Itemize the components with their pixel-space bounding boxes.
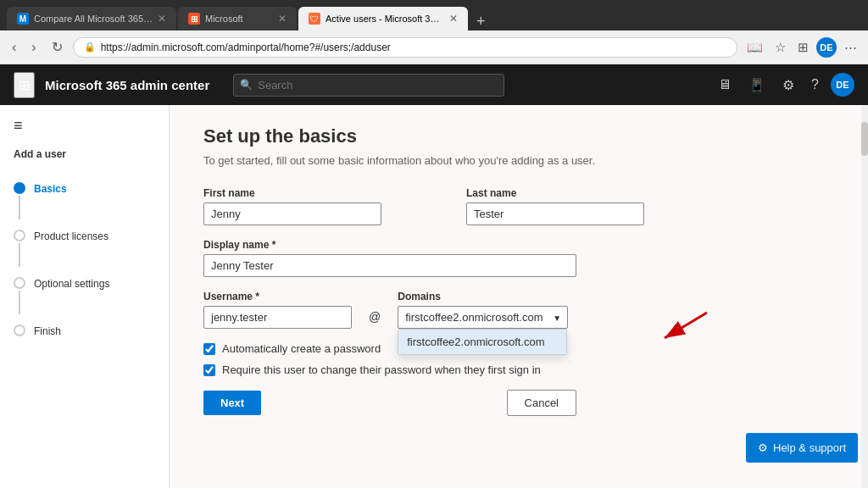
last-name-label: Last name — [466, 187, 712, 199]
step-product-dot — [14, 230, 25, 241]
step-optional-line — [19, 291, 20, 314]
tab2-favicon: ⊞ — [188, 13, 200, 25]
cancel-button[interactable]: Cancel — [507, 390, 576, 416]
monitor-icon[interactable]: 🖥 — [713, 74, 737, 96]
tab3-title: Active users - Microsoft 365 adm... — [326, 14, 444, 24]
waffle-icon[interactable]: ⊞ — [14, 72, 35, 98]
username-domain-section: Username * @ Domains firstcoffee2.onmicr… — [203, 291, 712, 329]
content-area: ≡ Add a user Basics — [0, 105, 868, 488]
mobile-icon[interactable]: 📱 — [743, 74, 771, 97]
help-icon[interactable]: ? — [806, 74, 824, 96]
step-product-indicator — [14, 230, 25, 267]
step-finish-dot — [14, 324, 25, 336]
domains-label: Domains — [398, 291, 568, 302]
step-finish-label: Finish — [34, 324, 61, 339]
username-domain-labels: Username * @ Domains firstcoffee2.onmicr… — [203, 291, 568, 329]
last-name-group: Last name — [466, 187, 712, 225]
step-basics-label: Basics — [34, 182, 67, 197]
help-support-icon: ⚙ — [758, 441, 768, 454]
profile-icon[interactable]: DE — [816, 37, 837, 58]
scrollbar-track[interactable] — [861, 105, 868, 488]
tab2-title: Microsoft — [205, 14, 273, 24]
at-symbol: @ — [369, 310, 381, 329]
wizard-step-product: Product licenses — [0, 225, 169, 272]
last-name-input[interactable] — [466, 202, 644, 225]
tab1-close[interactable]: ✕ — [158, 13, 166, 25]
address-bar[interactable]: 🔒 https://admin.microsoft.com/adminporta… — [73, 37, 737, 58]
auto-password-label: Automatically create a password — [222, 342, 381, 355]
next-button[interactable]: Next — [203, 391, 261, 415]
back-button[interactable]: ‹ — [7, 37, 21, 58]
new-tab-button[interactable]: + — [470, 13, 492, 30]
app-title: Microsoft 365 admin center — [45, 78, 209, 92]
refresh-button[interactable]: ↻ — [47, 36, 68, 58]
app-header: ⊞ Microsoft 365 admin center 🔍 🖥 📱 ⚙ ? D… — [0, 64, 868, 105]
favorites-icon[interactable]: ☆ — [771, 37, 790, 58]
first-name-input[interactable] — [203, 202, 381, 225]
tab3-favicon: 🛡 — [309, 13, 320, 25]
page-subtitle: To get started, fill out some basic info… — [203, 154, 712, 167]
help-support-button[interactable]: ⚙ Help & support — [746, 433, 858, 463]
header-right-icons: 🖥 📱 ⚙ ? DE — [713, 73, 854, 97]
name-row: First name Last name — [203, 187, 712, 225]
form-section: Set up the basics To get started, fill o… — [203, 125, 712, 416]
domain-dropdown: firstcoffee2.onmicrosoft.com — [398, 329, 567, 355]
step-optional-dot — [14, 277, 25, 289]
browser-tab-3[interactable]: 🛡 Active users - Microsoft 365 adm... ✕ — [298, 7, 468, 30]
step-product-line — [19, 243, 20, 267]
header-search-container: 🔍 — [233, 74, 504, 97]
browser-tab-1[interactable]: M Compare All Microsoft 365 Plan... ✕ — [7, 7, 176, 30]
require-change-checkbox[interactable] — [203, 364, 215, 376]
scrollbar-thumb[interactable] — [861, 122, 868, 156]
sidebar-toggle-button[interactable]: ≡ — [14, 117, 23, 135]
display-name-label: Display name * — [203, 239, 576, 251]
address-text: https://admin.microsoft.com/adminportal/… — [101, 42, 726, 53]
wizard-step-basics: Basics — [0, 177, 169, 225]
wizard-steps: Basics Product licenses — [0, 170, 169, 351]
username-input[interactable] — [203, 306, 352, 329]
sidebar: ≡ Add a user Basics — [0, 105, 170, 488]
sidebar-breadcrumb: Add a user — [0, 141, 169, 170]
domain-dropdown-item[interactable]: firstcoffee2.onmicrosoft.com — [398, 330, 566, 354]
help-support-label: Help & support — [773, 441, 846, 454]
menu-icon[interactable]: ⋯ — [840, 37, 861, 58]
collections-icon[interactable]: ⊞ — [793, 37, 813, 58]
tab2-close[interactable]: ✕ — [278, 13, 287, 25]
wizard-step-finish: Finish — [0, 319, 169, 344]
step-basics-dot — [14, 182, 25, 194]
require-change-row: Require this user to change their passwo… — [203, 363, 712, 376]
lock-icon: 🔒 — [84, 42, 96, 53]
tab3-close[interactable]: ✕ — [449, 13, 458, 25]
tab1-title: Compare All Microsoft 365 Plan... — [34, 14, 153, 24]
search-input[interactable] — [233, 74, 504, 97]
username-group: Username * — [203, 291, 352, 329]
search-icon: 🔍 — [240, 79, 253, 91]
username-label: Username * — [203, 291, 352, 302]
forward-button[interactable]: › — [26, 37, 41, 58]
domain-select-wrap: firstcoffee2.onmicrosoft.com ▼ firstcoff… — [398, 306, 568, 329]
browser-tabs-bar: M Compare All Microsoft 365 Plan... ✕ ⊞ … — [0, 0, 868, 30]
browser-tab-2[interactable]: ⊞ Microsoft ✕ — [178, 7, 297, 30]
browser-toolbar: ‹ › ↻ 🔒 https://admin.microsoft.com/admi… — [0, 30, 868, 64]
first-name-label: First name — [203, 187, 449, 199]
settings-icon[interactable]: ⚙ — [777, 74, 799, 97]
wizard-step-optional: Optional settings — [0, 272, 169, 319]
toolbar-icons: 📖 ☆ ⊞ DE ⋯ — [743, 37, 861, 58]
step-basics-indicator — [14, 182, 25, 219]
main-content: Set up the basics To get started, fill o… — [170, 105, 868, 488]
buttons-row: Next Cancel — [203, 390, 576, 416]
display-name-input[interactable] — [203, 254, 576, 277]
domain-select[interactable]: firstcoffee2.onmicrosoft.com — [398, 306, 568, 329]
page-title: Set up the basics — [203, 125, 712, 147]
require-change-label: Require this user to change their passwo… — [222, 363, 541, 376]
step-basics-line — [19, 196, 20, 219]
user-avatar[interactable]: DE — [831, 73, 854, 97]
reader-icon[interactable]: 📖 — [743, 37, 767, 58]
step-optional-label: Optional settings — [34, 277, 109, 291]
tab1-favicon: M — [17, 13, 29, 25]
step-finish-indicator — [14, 324, 25, 336]
auto-password-checkbox[interactable] — [203, 343, 215, 355]
domain-group: Domains firstcoffee2.onmicrosoft.com ▼ f… — [398, 291, 568, 329]
step-product-label: Product licenses — [34, 230, 108, 244]
step-optional-indicator — [14, 277, 25, 314]
